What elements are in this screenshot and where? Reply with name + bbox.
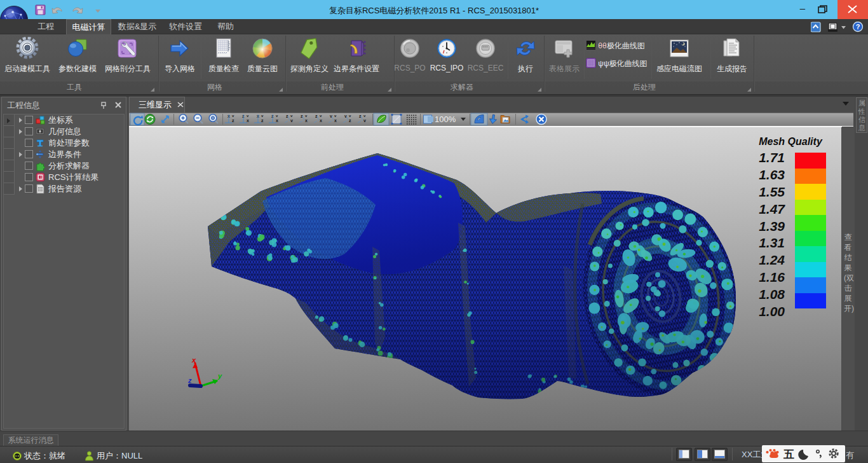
svg-text:z: z xyxy=(232,118,234,123)
svg-text:v: v xyxy=(305,114,308,118)
svg-text:x: x xyxy=(276,118,278,123)
svg-text:v: v xyxy=(261,114,264,118)
svg-text:v: v xyxy=(320,114,322,118)
svg-text:v: v xyxy=(290,118,293,123)
svg-text:?: ? xyxy=(856,23,860,31)
svg-text:v: v xyxy=(349,114,351,118)
svg-text:v: v xyxy=(290,114,293,118)
svg-text:z: z xyxy=(349,118,351,123)
svg-text:100%: 100% xyxy=(435,114,456,124)
svg-text:z: z xyxy=(261,118,264,123)
svg-text:v: v xyxy=(334,114,337,118)
svg-text:x: x xyxy=(334,118,337,123)
svg-text:v: v xyxy=(363,118,366,123)
svg-text:x: x xyxy=(191,356,196,364)
svg-text:y: y xyxy=(217,372,222,380)
svg-text:v: v xyxy=(247,114,249,118)
svg-text:x: x xyxy=(247,118,249,123)
svg-text:五: 五 xyxy=(783,448,794,460)
svg-text:x: x xyxy=(305,118,308,123)
svg-text:v: v xyxy=(276,114,278,118)
svg-text:z: z xyxy=(187,377,192,384)
svg-text:v: v xyxy=(363,114,366,118)
svg-text:v: v xyxy=(232,114,234,118)
svg-text:x: x xyxy=(320,118,322,123)
